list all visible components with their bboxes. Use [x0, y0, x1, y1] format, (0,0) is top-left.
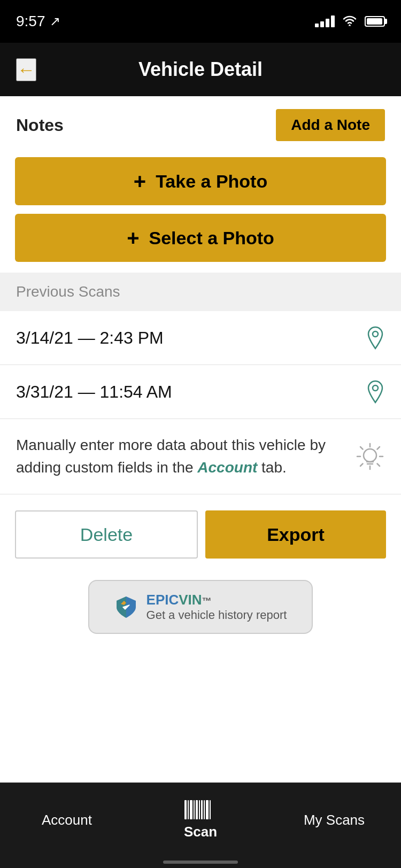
svg-line-7 [377, 464, 380, 467]
plus-icon-2: + [127, 226, 139, 250]
lightbulb-icon [355, 441, 385, 471]
add-note-button[interactable]: Add a Note [276, 109, 385, 141]
select-photo-button[interactable]: + Select a Photo [15, 214, 386, 262]
select-photo-label: Select a Photo [149, 228, 274, 249]
photo-buttons-section: + Take a Photo + Select a Photo [0, 152, 401, 273]
svg-line-6 [360, 447, 363, 449]
scan-row[interactable]: 3/14/21 — 2:43 PM [0, 311, 401, 365]
location-pin-icon-2 [366, 380, 385, 404]
signal-icon [315, 15, 335, 27]
epicvin-text: EPICVIN™ Get a vehicle history report [146, 592, 287, 622]
location-icon: ↗ [50, 14, 60, 29]
info-text-after: tab. [257, 459, 286, 476]
back-button[interactable]: ← [16, 58, 36, 81]
delete-button[interactable]: Delete [15, 510, 198, 559]
barcode-icon [184, 800, 217, 819]
nav-label-account: Account [42, 812, 92, 828]
bottom-navigation: Account Scan My Scans [0, 782, 401, 868]
epicvin-sublabel: Get a vehicle history report [146, 608, 287, 622]
scan-date-2: 3/31/21 — 11:54 AM [16, 382, 172, 402]
notes-label: Notes [16, 115, 64, 135]
info-text: Manually enter more data about this vehi… [16, 434, 344, 479]
epicvin-brand: EPICVIN™ [146, 592, 212, 608]
scan-row[interactable]: 3/31/21 — 11:54 AM [0, 365, 401, 419]
battery-icon [365, 16, 385, 27]
location-pin-icon-1 [366, 326, 385, 350]
export-button[interactable]: Export [205, 510, 386, 559]
status-icons [315, 13, 385, 30]
nav-label-scan: Scan [184, 824, 217, 840]
notes-section: Notes Add a Note [0, 96, 401, 152]
account-link[interactable]: Account [197, 459, 257, 476]
svg-point-10 [364, 449, 376, 462]
svg-line-8 [377, 447, 380, 449]
status-bar: 9:57 ↗ [0, 0, 401, 43]
plus-icon: + [134, 169, 146, 193]
svg-point-0 [373, 331, 378, 337]
nav-item-account[interactable]: Account [0, 812, 134, 839]
home-indicator [163, 861, 238, 864]
main-content: Notes Add a Note + Take a Photo + Select… [0, 96, 401, 735]
nav-label-my-scans: My Scans [304, 812, 365, 828]
back-arrow-icon: ← [17, 59, 35, 80]
nav-item-scan[interactable]: Scan [134, 800, 267, 851]
previous-scans-header: Previous Scans [0, 273, 401, 311]
previous-scans-label: Previous Scans [16, 283, 120, 300]
scan-date-1: 3/14/21 — 2:43 PM [16, 328, 164, 348]
svg-line-9 [360, 464, 363, 467]
svg-point-1 [373, 385, 378, 391]
nav-item-my-scans[interactable]: My Scans [267, 812, 401, 839]
epicvin-button[interactable]: EPICVIN™ Get a vehicle history report [88, 580, 313, 634]
page-header: ← Vehicle Detail [0, 43, 401, 96]
page-title: Vehicle Detail [138, 58, 263, 81]
take-photo-button[interactable]: + Take a Photo [15, 157, 386, 205]
epicvin-logo-icon [114, 595, 138, 619]
take-photo-label: Take a Photo [156, 171, 267, 192]
wifi-icon [342, 13, 357, 30]
info-banner: Manually enter more data about this vehi… [0, 419, 401, 494]
clock: 9:57 [16, 13, 45, 30]
status-time: 9:57 ↗ [16, 13, 60, 30]
action-buttons: Delete Export [0, 494, 401, 575]
epicvin-container: EPICVIN™ Get a vehicle history report [0, 575, 401, 650]
